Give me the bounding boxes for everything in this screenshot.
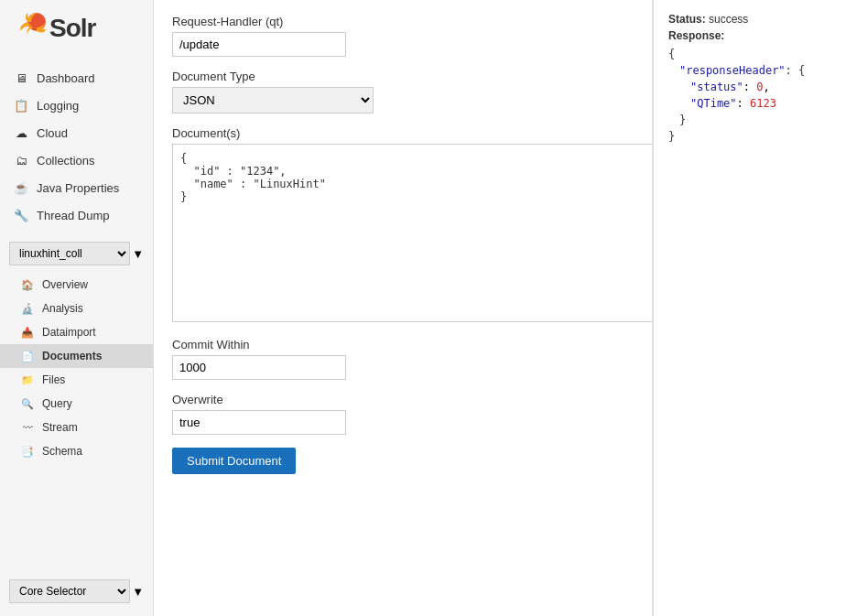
solr-logo-icon bbox=[11, 9, 49, 48]
top-nav: 🖥 Dashboard 📋 Logging ☁ Cloud 🗂 Collecti… bbox=[0, 57, 153, 236]
sidebar-item-collections-label: Collections bbox=[37, 154, 95, 168]
logo-area: Solr bbox=[0, 0, 153, 57]
sidebar: Solr 🖥 Dashboard 📋 Logging ☁ Cloud 🗂 Col… bbox=[0, 0, 154, 616]
documents-icon: 📄 bbox=[20, 349, 35, 363]
sub-nav-item-query[interactable]: 🔍 Query bbox=[0, 392, 153, 416]
collections-icon: 🗂 bbox=[13, 152, 29, 168]
form-panel: Request-Handler (qt) Document Type JSONX… bbox=[154, 0, 653, 616]
code-line-0: { bbox=[668, 46, 831, 62]
request-handler-group: Request-Handler (qt) bbox=[172, 15, 634, 57]
response-panel: Status: success Response: { "responseHea… bbox=[654, 0, 846, 616]
code-line-4: } bbox=[668, 112, 831, 128]
thread-icon: 🔧 bbox=[13, 207, 29, 223]
response-code: { "responseHeader": { "status": 0, "QTim… bbox=[668, 46, 831, 145]
commit-within-label: Commit Within bbox=[172, 338, 634, 351]
sidebar-item-cloud-label: Cloud bbox=[37, 126, 68, 140]
logging-icon: 📋 bbox=[13, 97, 29, 113]
java-icon: ☕ bbox=[13, 179, 29, 196]
sub-nav-item-documents[interactable]: 📄 Documents bbox=[0, 344, 153, 368]
sidebar-item-java-properties[interactable]: ☕ Java Properties bbox=[0, 174, 153, 201]
schema-icon: 📑 bbox=[20, 444, 35, 459]
sub-nav: 🏠 Overview 🔬 Analysis 📥 Dataimport 📄 Doc… bbox=[0, 271, 153, 465]
documents-group: Document(s) { "id" : "1234", "name" : "L… bbox=[172, 126, 634, 325]
sidebar-item-collections[interactable]: 🗂 Collections bbox=[0, 146, 153, 174]
status-value: success bbox=[709, 13, 748, 26]
code-line-1: "responseHeader": { bbox=[668, 62, 831, 79]
commit-within-group: Commit Within bbox=[172, 338, 634, 380]
overwrite-group: Overwrite bbox=[172, 393, 634, 435]
submit-document-button[interactable]: Submit Document bbox=[172, 448, 296, 474]
overwrite-input[interactable] bbox=[172, 410, 346, 435]
sidebar-item-dashboard-label: Dashboard bbox=[37, 71, 95, 85]
sub-nav-item-overview[interactable]: 🏠 Overview bbox=[0, 273, 153, 297]
sub-nav-item-dataimport[interactable]: 📥 Dataimport bbox=[0, 320, 153, 344]
analysis-icon: 🔬 bbox=[20, 301, 35, 316]
sidebar-item-thread-label: Thread Dump bbox=[37, 209, 109, 222]
sidebar-item-logging-label: Logging bbox=[37, 99, 79, 113]
document-type-label: Document Type bbox=[172, 70, 634, 83]
document-type-select[interactable]: JSONXMLCSV bbox=[172, 87, 374, 113]
collection-select[interactable]: linuxhint_coll bbox=[9, 242, 130, 265]
core-dropdown-icon[interactable]: ▼ bbox=[132, 585, 144, 599]
collection-selector[interactable]: linuxhint_coll ▼ bbox=[9, 242, 144, 265]
overview-icon: 🏠 bbox=[20, 277, 35, 292]
sub-nav-item-analysis[interactable]: 🔬 Analysis bbox=[0, 297, 153, 320]
response-label: Response: bbox=[668, 29, 831, 42]
status-line: Status: success bbox=[668, 13, 831, 26]
stream-icon: 〰 bbox=[20, 420, 35, 435]
sidebar-item-thread-dump[interactable]: 🔧 Thread Dump bbox=[0, 201, 153, 229]
sidebar-item-dashboard[interactable]: 🖥 Dashboard bbox=[0, 64, 153, 92]
main-content: Request-Handler (qt) Document Type JSONX… bbox=[154, 0, 846, 616]
query-icon: 🔍 bbox=[20, 396, 35, 411]
request-handler-label: Request-Handler (qt) bbox=[172, 15, 634, 28]
logo-text: Solr bbox=[49, 14, 95, 43]
code-line-3: "QTime": 6123 bbox=[668, 95, 831, 112]
documents-label: Document(s) bbox=[172, 126, 634, 140]
collection-dropdown-icon[interactable]: ▼ bbox=[132, 247, 144, 261]
code-line-5: } bbox=[668, 128, 831, 145]
request-handler-input[interactable] bbox=[172, 32, 346, 57]
sidebar-item-java-label: Java Properties bbox=[37, 181, 119, 195]
core-select[interactable]: Core Selector bbox=[9, 579, 130, 603]
core-selector[interactable]: Core Selector ▼ bbox=[9, 579, 144, 603]
dataimport-icon: 📥 bbox=[20, 325, 35, 340]
documents-textarea[interactable]: { "id" : "1234", "name" : "LinuxHint" } bbox=[172, 144, 653, 322]
commit-within-input[interactable] bbox=[172, 355, 346, 380]
overwrite-label: Overwrite bbox=[172, 393, 634, 406]
status-label: Status: bbox=[668, 13, 706, 26]
sub-nav-item-schema[interactable]: 📑 Schema bbox=[0, 439, 153, 463]
sub-nav-item-files[interactable]: 📁 Files bbox=[0, 368, 153, 392]
files-icon: 📁 bbox=[20, 373, 35, 387]
document-type-group: Document Type JSONXMLCSV bbox=[172, 70, 634, 113]
dashboard-icon: 🖥 bbox=[13, 70, 29, 86]
sidebar-item-logging[interactable]: 📋 Logging bbox=[0, 92, 153, 119]
sub-nav-item-stream[interactable]: 〰 Stream bbox=[0, 416, 153, 439]
code-line-2: "status": 0, bbox=[668, 79, 831, 95]
cloud-icon: ☁ bbox=[13, 124, 29, 141]
sidebar-item-cloud[interactable]: ☁ Cloud bbox=[0, 119, 153, 146]
